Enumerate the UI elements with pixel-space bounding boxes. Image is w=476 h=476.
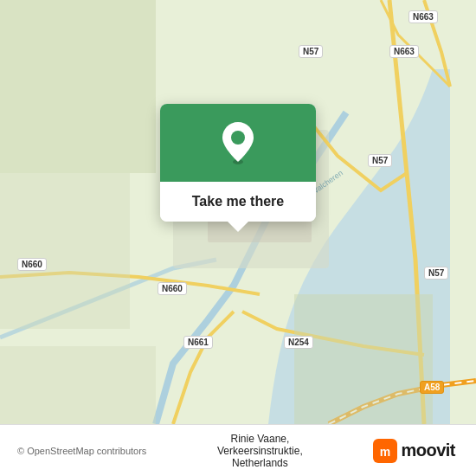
road-label-n663-1: N663 xyxy=(408,10,438,23)
svg-rect-18 xyxy=(0,173,130,329)
svg-text:m: m xyxy=(380,445,390,459)
moovit-logo-icon: m xyxy=(373,439,397,463)
svg-point-22 xyxy=(231,131,245,145)
popup-header xyxy=(160,104,316,182)
road-label-n661: N661 xyxy=(183,336,213,349)
moovit-text: moovit xyxy=(401,441,455,460)
svg-rect-20 xyxy=(0,346,156,424)
location-pin-icon xyxy=(221,120,255,165)
bottom-info: © OpenStreetMap contributors Rinie Vaane… xyxy=(9,425,464,477)
road-label-n660-2: N660 xyxy=(158,282,187,295)
place-name: Rinie Vaane, Verkeersinstruktie, Netherl… xyxy=(209,433,312,469)
road-label-n663-2: N663 xyxy=(389,45,419,58)
location-popup: Take me there xyxy=(160,104,316,222)
svg-rect-17 xyxy=(0,0,156,173)
bottom-bar: © OpenStreetMap contributors Rinie Vaane… xyxy=(0,424,476,476)
map-view: Kanaal door Walcheren burg N663 N663 N57… xyxy=(0,0,476,424)
take-me-there-button[interactable]: Take me there xyxy=(160,182,316,222)
road-label-n57-2: N57 xyxy=(368,154,392,167)
road-label-n660-1: N660 xyxy=(17,258,47,271)
road-label-n254: N254 xyxy=(284,336,313,349)
svg-rect-19 xyxy=(294,294,433,424)
copyright-text: © OpenStreetMap contributors xyxy=(17,446,146,456)
road-label-n57-1: N57 xyxy=(299,45,323,58)
moovit-logo: m moovit xyxy=(373,439,455,463)
road-label-a58: A58 xyxy=(420,381,444,394)
road-label-n57-3: N57 xyxy=(424,267,448,280)
